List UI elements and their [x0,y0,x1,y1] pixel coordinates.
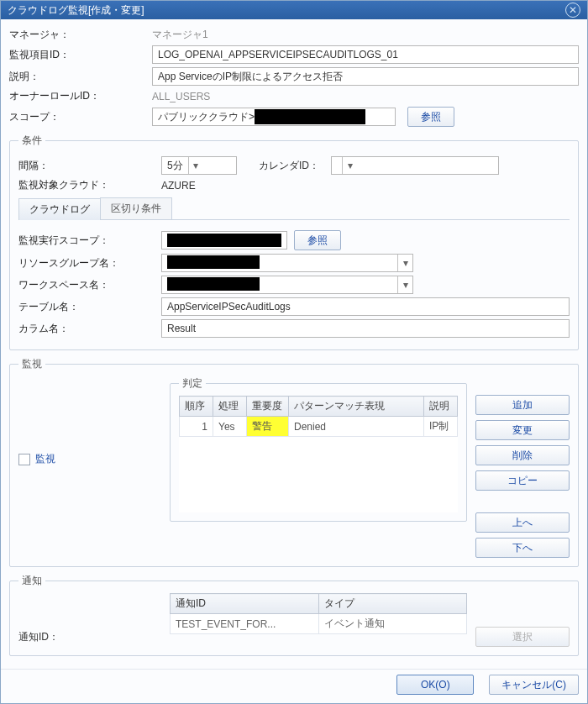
label-notice-id: 通知ID： [18,593,161,644]
down-button[interactable]: 下へ [475,538,570,558]
delete-button[interactable]: 削除 [475,445,570,465]
row-column-name: カラム名： [18,319,570,338]
monitor-checkbox-wrapper[interactable]: 監視 [18,452,55,466]
label-description: 説明： [9,70,152,84]
input-description[interactable] [152,67,579,86]
scope-refer-button[interactable]: 参照 [407,107,454,127]
chevron-down-icon: ▾ [397,276,412,293]
legend-notice: 通知 [18,574,45,588]
workspace-redacted [167,277,260,291]
row-table-name: テーブル名： [18,297,570,316]
section-monitor: 監視 監視 判定 順序 処理 重要度 [9,357,579,567]
close-icon[interactable]: ✕ [565,3,580,18]
value-exec-scope [161,231,287,250]
combo-resource-group[interactable]: ▾ [161,254,413,272]
condition-tabs: クラウドログ 区切り条件 [18,197,570,220]
row-interval: 間隔： 5分 ▾ カレンダID： ▾ [18,156,570,175]
row-owner-role: オーナーロールID： ALL_USERS [9,89,579,103]
cancel-button[interactable]: キャンセル(C) [489,675,579,695]
label-table-name: テーブル名： [18,300,161,314]
monitor-checkbox-area: 監視 [18,376,161,468]
col-order: 順序 [180,397,213,417]
cell-pattern: Denied [289,417,424,437]
exec-scope-redacted [167,234,281,247]
chevron-down-icon: ▾ [397,255,412,271]
col-severity: 重要度 [247,397,289,417]
table-empty-area [179,437,458,512]
legend-condition: 条件 [18,134,45,148]
scope-prefix: パブリッククラウド> [158,110,255,124]
legend-monitor: 監視 [18,357,45,371]
row-workspace: ワークスペース名： ▾ [18,276,570,294]
col-process: 処理 [213,397,247,417]
label-owner-role: オーナーロールID： [9,89,152,103]
input-table-name[interactable] [161,297,570,316]
input-monitor-id[interactable] [152,45,579,64]
input-column-name[interactable] [161,319,570,338]
row-scope: スコープ： パブリッククラウド> 参照 [9,107,579,127]
row-description: 説明： [9,67,579,86]
col-pattern: パターンマッチ表現 [289,397,424,417]
titlebar: クラウドログ監視[作成・変更] ✕ [1,1,587,19]
value-scope: パブリッククラウド> [152,108,396,126]
ok-button[interactable]: OK(O) [396,675,474,695]
notice-table: 通知ID タイプ TEST_EVENT_FOR... イベント通知 [170,593,467,634]
label-monitor-id: 監視項目ID： [9,48,152,62]
row-manager: マネージャ： マネージャ1 [9,28,579,42]
col-notice-id: 通知ID [171,594,319,614]
copy-button[interactable]: コピー [475,470,570,491]
tab-delimiter[interactable]: 区切り条件 [100,197,172,219]
label-resource-group: リソースグループ名： [18,256,161,271]
cell-notice-id: TEST_EVENT_FOR... [171,614,319,634]
judgment-table: 順序 処理 重要度 パターンマッチ表現 説明 1 Yes 警告 [179,396,458,437]
col-desc: 説明 [424,397,458,417]
value-manager: マネージャ1 [152,28,208,42]
checkbox-monitor-label: 監視 [35,452,55,466]
chevron-down-icon: ▾ [342,157,357,174]
cell-severity: 警告 [247,417,289,437]
row-resource-group: リソースグループ名： ▾ [18,254,570,272]
col-notice-type: タイプ [318,594,467,614]
row-exec-scope: 監視実行スコープ： 参照 [18,230,570,250]
cell-notice-type: イベント通知 [318,614,467,634]
dialog-title: クラウドログ監視[作成・変更] [8,3,144,18]
judgment-buttons: 追加 変更 削除 コピー 上へ 下へ [475,376,570,558]
section-notice: 通知 通知ID： 通知ID タイプ TEST_EVENT_FOR. [9,574,579,656]
combo-interval-value: 5分 [162,159,188,173]
label-interval: 間隔： [18,159,161,173]
table-row[interactable]: TEST_EVENT_FOR... イベント通知 [171,614,467,634]
label-exec-scope: 監視実行スコープ： [18,234,161,248]
section-condition: 条件 間隔： 5分 ▾ カレンダID： ▾ 監視対象クラウド： AZURE [9,134,579,350]
combo-workspace[interactable]: ▾ [161,276,413,294]
row-monitor-id: 監視項目ID： [9,45,579,64]
combo-calendar[interactable]: ▾ [331,156,499,175]
label-scope: スコープ： [9,110,152,124]
value-target-cloud: AZURE [161,180,196,192]
add-button[interactable]: 追加 [475,395,570,415]
cell-desc: IP制 [424,417,458,437]
label-calendar: カレンダID： [259,159,331,173]
chevron-down-icon: ▾ [188,157,203,174]
tabpanel-cloudlog: 監視実行スコープ： 参照 リソースグループ名： ▾ ワークスペース名： [18,220,570,338]
dialog-window: クラウドログ監視[作成・変更] ✕ マネージャ： マネージャ1 監視項目ID： … [0,0,588,704]
table-row[interactable]: 1 Yes 警告 Denied IP制 [180,417,458,437]
select-button[interactable]: 選択 [475,627,570,647]
legend-judgment: 判定 [179,376,206,391]
section-judgment: 判定 順序 処理 重要度 パターンマッチ表現 説明 [170,376,467,522]
dialog-body: マネージャ： マネージャ1 監視項目ID： 説明： オーナーロールID： ALL… [1,19,587,669]
edit-button[interactable]: 変更 [475,420,570,440]
scope-redacted [255,109,365,124]
tab-cloudlog[interactable]: クラウドログ [18,198,101,220]
checkbox-monitor[interactable] [18,454,30,465]
combo-interval[interactable]: 5分 ▾ [161,156,237,175]
label-workspace: ワークスペース名： [18,278,161,292]
value-owner-role: ALL_USERS [152,91,210,102]
resource-group-redacted [167,255,260,269]
up-button[interactable]: 上へ [475,512,570,533]
label-column-name: カラム名： [18,322,161,336]
row-target-cloud: 監視対象クラウド： AZURE [18,178,570,192]
exec-scope-refer-button[interactable]: 参照 [294,230,341,250]
label-manager: マネージャ： [9,28,152,42]
cell-process: Yes [213,417,247,437]
dialog-footer: OK(O) キャンセル(C) [1,669,587,703]
